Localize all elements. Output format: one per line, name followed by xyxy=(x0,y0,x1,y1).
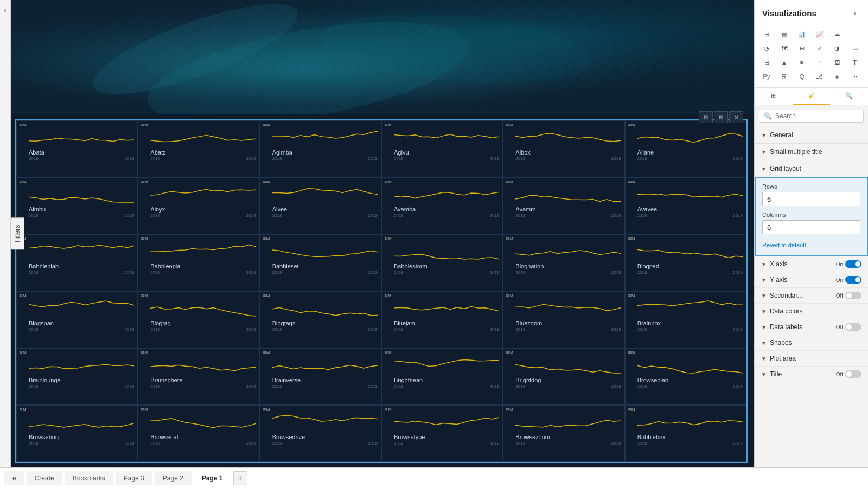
viz-icon-area[interactable]: ⛰ xyxy=(829,28,845,41)
left-collapse-button[interactable]: ‹ xyxy=(1,5,10,15)
toolbar-focus-button[interactable]: ⊠ xyxy=(714,111,728,123)
cell-name-label: Agivu xyxy=(394,149,499,156)
rows-input[interactable] xyxy=(763,193,860,206)
cell-dates-label: 20182019 xyxy=(515,441,621,446)
search-input[interactable] xyxy=(775,112,859,120)
plot-area-toggle-row: ▼ Plot area xyxy=(755,351,868,367)
grid-cell: ≋MBrightdog20182019 xyxy=(503,348,624,405)
viz-icon-treemap[interactable]: ⊟ xyxy=(794,42,809,55)
viz-icon-qna[interactable]: Q xyxy=(794,70,809,83)
grid-cell: ≋MAvamba20182019 xyxy=(381,177,503,234)
toolbar-close-button[interactable]: ✕ xyxy=(729,111,743,123)
viz-icon-r[interactable]: R xyxy=(777,70,792,83)
viz-icon-kpi[interactable]: ▲ xyxy=(777,56,792,69)
viz-icon-python[interactable]: Py xyxy=(759,70,774,83)
data-labels-state-label: Off xyxy=(836,324,843,330)
grid-layout-section: ▼ Grid layout Rows ▲ ▼ C xyxy=(755,160,868,256)
cell-dates-label: 20182019 xyxy=(272,213,378,218)
viz-icon-pie[interactable]: ◔ xyxy=(759,42,774,55)
cell-dates-label: 20182019 xyxy=(29,156,134,161)
grid-cell: ≋MAgimba20182019 xyxy=(260,120,381,177)
cell-dates-label: 20182019 xyxy=(29,441,134,446)
cell-icon: ≋M xyxy=(263,237,270,241)
grid-layout-header[interactable]: ▼ Grid layout xyxy=(755,160,868,177)
cell-name-label: Blognation xyxy=(515,263,621,269)
data-labels-label: Data labels xyxy=(770,323,802,331)
data-labels-toggle-control: Off xyxy=(836,323,861,331)
filters-tab[interactable]: Filters xyxy=(11,218,24,250)
viz-icon-card[interactable]: ▭ xyxy=(847,42,863,55)
page-tab-e[interactable]: e xyxy=(4,471,24,485)
page-tab-page3[interactable]: Page 3 xyxy=(116,471,152,485)
cell-icon: ≋M xyxy=(263,351,270,355)
viz-icon-gauge[interactable]: ◑ xyxy=(829,42,845,55)
tab-analytics[interactable]: 🔍 xyxy=(830,88,868,105)
tab-format[interactable]: 🖌 xyxy=(793,88,831,105)
page-tab-page1[interactable]: Page 1 xyxy=(194,471,231,485)
viz-icon-scatter[interactable]: ⋯ xyxy=(847,28,863,41)
cell-icon: ≋M xyxy=(141,180,148,184)
add-page-button[interactable]: + xyxy=(233,471,247,485)
cell-sparkline-container xyxy=(637,355,743,376)
viz-icon-map[interactable]: 🗺 xyxy=(777,42,792,55)
page-tab-page2[interactable]: Page 2 xyxy=(155,471,192,485)
cell-sparkline-container xyxy=(515,298,621,319)
page-tab-bookmarks[interactable]: Bookmarks xyxy=(65,471,113,485)
search-icon: 🔍 xyxy=(764,112,772,120)
toolbar-fit-button[interactable]: ⊟ xyxy=(699,111,713,123)
viz-icon-shape[interactable]: ◻ xyxy=(812,56,827,69)
svg-point-5 xyxy=(84,0,307,112)
cell-dates-label: 20182019 xyxy=(637,270,743,275)
revert-to-default-link[interactable]: Revert to default xyxy=(762,240,806,251)
cell-sparkline-container xyxy=(515,241,621,262)
viz-icon-bar[interactable]: ▦ xyxy=(777,28,792,41)
secondary-state-label: Off xyxy=(836,293,843,299)
title-toggle-row: ▼ Title Off xyxy=(755,367,868,382)
cell-icon: ≋M xyxy=(506,408,513,412)
viz-icon-more[interactable]: ··· xyxy=(847,70,863,83)
data-labels-toggle-switch[interactable] xyxy=(845,323,861,331)
tab-fields[interactable]: ⊞ xyxy=(755,88,793,105)
cell-name-label: Brainlounge xyxy=(29,377,134,383)
viz-icon-decomptree[interactable]: ⎇ xyxy=(812,70,827,83)
cell-sparkline-container xyxy=(150,412,256,433)
grid-cell: ≋MBlogtag20182019 xyxy=(138,291,259,348)
viz-icon-funnel[interactable]: ⊿ xyxy=(812,42,827,55)
secondary-toggle-switch[interactable] xyxy=(845,292,861,299)
general-section-header[interactable]: ▼ General xyxy=(755,127,868,143)
general-section-title: General xyxy=(770,131,793,139)
cell-sparkline-container xyxy=(394,412,499,433)
y-axis-toggle-switch[interactable] xyxy=(845,276,861,284)
viz-icon-line[interactable]: 📈 xyxy=(812,28,827,41)
title-toggle-switch[interactable] xyxy=(845,370,861,378)
grid-cell: ≋MBabbleblab20182019 xyxy=(16,234,138,291)
viz-icon-slicer[interactable]: ≡ xyxy=(794,56,809,69)
data-labels-chevron-icon: ▼ xyxy=(761,324,767,330)
grid-cell: ≋MAibox20182019 xyxy=(503,120,624,177)
cell-dates-label: 20182019 xyxy=(394,384,499,389)
small-multiple-title-header[interactable]: ▼ Small multiple title xyxy=(755,144,868,160)
viz-icon-table[interactable]: ⊞ xyxy=(759,28,774,41)
viz-icon-matrix[interactable]: ⊞ xyxy=(759,56,774,69)
cell-icon: ≋M xyxy=(263,180,270,184)
viz-icon-smart[interactable]: ◈ xyxy=(829,70,845,83)
cell-icon: ≋M xyxy=(628,180,635,184)
cell-icon: ≋M xyxy=(628,123,635,127)
viz-icon-column[interactable]: 📊 xyxy=(794,28,809,41)
cell-name-label: Bluezoom xyxy=(515,320,621,326)
cell-dates-label: 20182019 xyxy=(637,441,743,446)
page-tab-create[interactable]: Create xyxy=(27,471,62,485)
columns-input[interactable] xyxy=(763,221,860,234)
svg-point-3 xyxy=(141,2,476,114)
cell-icon: ≋M xyxy=(263,408,270,412)
panel-collapse-button[interactable]: ‹ xyxy=(850,8,860,18)
viz-icon-textbox[interactable]: T xyxy=(847,56,863,69)
cell-dates-label: 20182019 xyxy=(272,384,378,389)
cell-icon: ≋M xyxy=(506,294,513,298)
y-axis-label: Y axis xyxy=(770,276,787,284)
cell-sparkline-container xyxy=(150,127,256,148)
x-axis-toggle-switch[interactable] xyxy=(845,260,861,268)
viz-icon-image[interactable]: 🖼 xyxy=(829,56,845,69)
page-tabs-bar: e Create Bookmarks Page 3 Page 2 Page 1 … xyxy=(0,467,868,488)
cell-sparkline-container xyxy=(29,412,134,433)
